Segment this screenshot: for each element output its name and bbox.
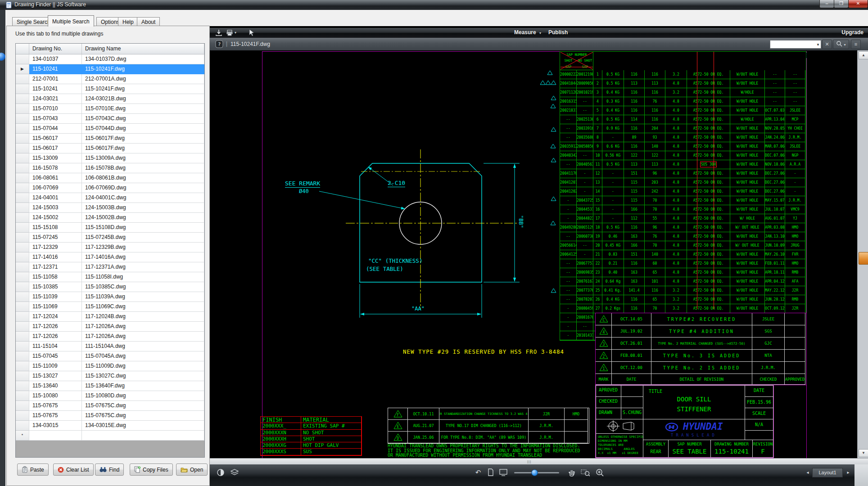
drawing-no-cell[interactable]: 134-01037 xyxy=(29,54,82,64)
drawing-name-cell[interactable]: 212-07001A.dwg xyxy=(82,74,204,84)
drawing-no-cell[interactable]: 117-12024 xyxy=(29,312,82,322)
drawing-name-cell[interactable]: 115-15108D.dwg xyxy=(82,223,204,233)
new-row[interactable]: * xyxy=(16,431,204,441)
drawing-name-cell[interactable]: 124-15003B.dwg xyxy=(82,203,204,213)
fit-screen-icon[interactable] xyxy=(499,468,508,477)
row-header[interactable] xyxy=(16,342,29,351)
row-header[interactable] xyxy=(16,233,29,243)
zoom-in-icon[interactable] xyxy=(595,468,604,477)
list-item[interactable]: 115-11069 115-11069C.dwg xyxy=(16,302,204,312)
row-header[interactable] xyxy=(16,302,29,312)
measure-menu[interactable]: Measure xyxy=(514,29,536,36)
list-item[interactable]: 115-07245 115-07245B.dwg xyxy=(16,233,204,243)
drawing-name-cell[interactable]: 115-10241F.dwg xyxy=(82,84,204,94)
drawing-no-cell[interactable]: 115-13640 xyxy=(29,381,82,391)
drawing-name-cell[interactable]: 106-08061B.dwg xyxy=(82,173,204,183)
drawing-no-cell[interactable]: 124-03021 xyxy=(29,94,82,104)
row-header[interactable] xyxy=(16,153,29,163)
vertical-scrollbar[interactable]: ▲ ▼ xyxy=(857,50,868,458)
list-item[interactable]: 115-07043 115-07043C.dwg xyxy=(16,114,204,124)
list-item[interactable]: 115-10080 115-10080D.dwg xyxy=(16,391,204,401)
drawing-no-cell[interactable]: 124-15003 xyxy=(29,203,82,213)
drawing-no-cell[interactable]: 212-07001 xyxy=(29,74,82,84)
layers-icon[interactable] xyxy=(230,468,239,477)
drawing-no-cell[interactable]: 115-11069 xyxy=(29,302,82,312)
drawing-no-cell[interactable]: 117-12026 xyxy=(29,332,82,342)
drawing-name-cell[interactable]: 115-07675C.dwg xyxy=(82,401,204,411)
row-header[interactable]: ▶ xyxy=(16,64,29,74)
row-header[interactable] xyxy=(16,282,29,292)
row-header[interactable] xyxy=(16,134,29,144)
drawing-name-cell[interactable]: 115-07010E.dwg xyxy=(82,104,204,114)
list-item[interactable]: 115-13640 115-13640F.dwg xyxy=(16,381,204,391)
clear-list-button[interactable]: Clear List xyxy=(53,464,94,476)
drawing-name-cell[interactable]: 134-01037D.dwg xyxy=(82,54,204,64)
undo-icon[interactable]: ↶ xyxy=(474,468,483,477)
drawing-no-cell[interactable]: 134-03015 xyxy=(29,421,82,431)
drawing-no-cell[interactable]: 117-12371 xyxy=(29,262,82,272)
drawing-no-cell[interactable]: 124-15002 xyxy=(29,213,82,223)
row-header[interactable] xyxy=(16,401,29,411)
document-tab-label[interactable]: 115-10241F.dwg xyxy=(231,41,270,47)
drawing-name-cell[interactable]: 117-12371A.dwg xyxy=(82,262,204,272)
drawing-no-cell[interactable]: 124-04001 xyxy=(29,193,82,203)
drawing-no-cell[interactable]: 106-08061 xyxy=(29,173,82,183)
drawing-name-cell[interactable]: 115-07045A.dwg xyxy=(82,351,204,361)
list-item[interactable]: 115-06017 115-06017F.dwg xyxy=(16,144,204,153)
drawing-name-cell[interactable]: 115-11058I.dwg xyxy=(82,272,204,282)
drawing-name-cell[interactable]: 115-06017F.dwg xyxy=(82,144,204,153)
drawing-no-cell[interactable]: 115-10385 xyxy=(29,282,82,292)
drawing-no-cell[interactable]: 115-07043 xyxy=(29,114,82,124)
row-header[interactable] xyxy=(16,391,29,401)
list-item[interactable]: 115-07675 115-07675C.dwg xyxy=(16,401,204,411)
list-item[interactable]: 117-12371 117-12371A.dwg xyxy=(16,262,204,272)
list-item[interactable]: 124-15003 124-15003B.dwg xyxy=(16,203,204,213)
drawing-no-cell[interactable]: 115-10241 xyxy=(29,64,82,74)
list-item[interactable]: 115-10241 115-10241F.dwg xyxy=(16,84,204,94)
minimize-button[interactable]: – xyxy=(819,0,834,8)
drawing-no-cell[interactable]: 115-10080 xyxy=(29,391,82,401)
row-header[interactable] xyxy=(16,223,29,233)
search-dropdown-arrow[interactable]: ▼ xyxy=(816,43,820,47)
drawing-name-cell[interactable]: 111-15104A.dwg xyxy=(82,342,204,351)
tab-help[interactable]: Help xyxy=(118,17,138,27)
row-header[interactable] xyxy=(16,54,29,64)
paste-button[interactable]: Paste xyxy=(17,464,49,476)
drawing-no-cell[interactable]: 115-06017 xyxy=(29,134,82,144)
row-header[interactable] xyxy=(16,183,29,193)
drawing-name-cell[interactable]: 115-06017F.dwg xyxy=(82,134,204,144)
drawing-no-cell[interactable]: 115-06017 xyxy=(29,144,82,153)
list-item[interactable]: 117-12026 117-12026A.dwg xyxy=(16,332,204,342)
horizontal-scrollbar[interactable]: ||| xyxy=(210,458,868,465)
row-header[interactable] xyxy=(16,262,29,272)
tab-multiple-search[interactable]: Multiple Search xyxy=(48,15,94,27)
drawing-name-cell[interactable]: 124-15002B.dwg xyxy=(82,213,204,223)
list-item[interactable]: 117-14016 117-14016A.dwg xyxy=(16,252,204,262)
drawing-no-cell[interactable]: 116-15078 xyxy=(29,163,82,173)
list-item[interactable]: 115-07044 115-07044D.dwg xyxy=(16,124,204,134)
window-titlebar[interactable]: Drawing Finder || JS Software – ❐ ✕ xyxy=(0,0,868,10)
drawing-no-cell[interactable]: 117-14016 xyxy=(29,252,82,262)
drawing-name-cell[interactable]: 115-07043C.dwg xyxy=(82,114,204,124)
row-header[interactable] xyxy=(16,421,29,431)
drawing-name-cell[interactable]: 117-12026A.dwg xyxy=(82,332,204,342)
drawing-no-cell[interactable]: 115-07245 xyxy=(29,233,82,243)
page-icon[interactable] xyxy=(487,468,496,477)
print-dropdown-arrow[interactable]: ▾ xyxy=(235,31,236,35)
drawing-name-cell[interactable]: 115-07245B.dwg xyxy=(82,233,204,243)
search-input[interactable]: ▼ xyxy=(770,40,821,49)
publish-menu[interactable]: Publish xyxy=(548,29,568,36)
next-layout-arrow[interactable]: ▸ xyxy=(844,468,853,477)
list-item[interactable]: 111-15104 111-15104A.dwg xyxy=(16,342,204,351)
zoom-window-icon[interactable] xyxy=(581,468,590,477)
list-item[interactable]: 115-13009 115-13009A.dwg xyxy=(16,153,204,163)
list-item[interactable]: 117-12329 117-12329B.dwg xyxy=(16,243,204,252)
drawing-no-cell[interactable]: 106-07069 xyxy=(29,183,82,193)
list-item[interactable]: 116-15078 116-15078B.dwg xyxy=(16,163,204,173)
drawing-no-cell[interactable]: 115-07675 xyxy=(29,401,82,411)
scrollbar-grip[interactable]: ||| xyxy=(527,460,533,464)
drawing-name-cell[interactable]: 115-10241F.dwg xyxy=(82,64,204,74)
drawing-no-cell[interactable]: 115-15108 xyxy=(29,223,82,233)
row-header[interactable] xyxy=(16,243,29,252)
download-icon[interactable] xyxy=(215,29,222,36)
